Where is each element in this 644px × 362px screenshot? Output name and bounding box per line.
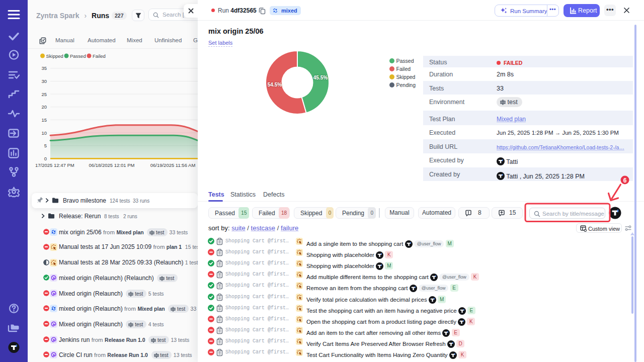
svg-text:Failed: Failed [93,53,106,59]
svg-text:0: 0 [44,156,47,161]
svg-text:Skipped: Skipped [396,74,416,80]
svg-text:Failed: Failed [396,66,411,72]
svg-text:Skipped: Skipped [46,53,63,59]
svg-text:17/2025 12:47 PM: 17/2025 12:47 PM [35,162,74,168]
svg-text:15: 15 [41,117,47,123]
svg-text:20: 20 [41,104,47,110]
svg-text:25: 25 [41,92,47,97]
svg-text:30: 30 [41,78,47,84]
svg-text:45.5%: 45.5% [313,75,328,80]
svg-text:Passed: Passed [70,53,86,59]
svg-text:06/18/2025 12:01 PM: 06/18/2025 12:01 PM [89,162,135,168]
svg-text:06/19/2025 11:56 AM: 06/19/2025 11:56 AM [150,162,196,168]
svg-text:Passed: Passed [396,58,414,64]
svg-text:35: 35 [41,65,47,71]
svg-text:10: 10 [41,130,47,136]
svg-text:54.5%: 54.5% [268,82,282,87]
svg-text:Pending: Pending [396,82,416,88]
svg-text:5: 5 [44,143,47,148]
